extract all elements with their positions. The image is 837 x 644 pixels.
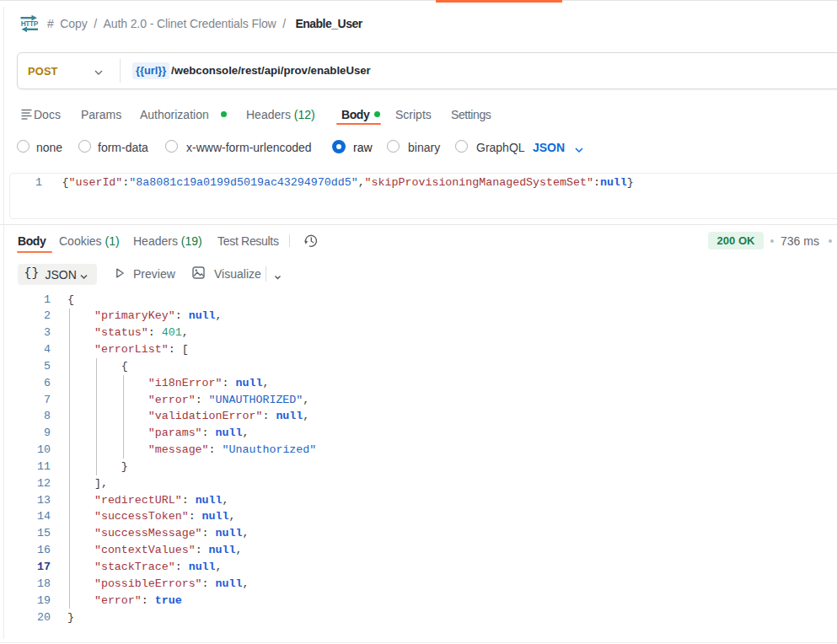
- svg-text:HTTP: HTTP: [21, 19, 39, 28]
